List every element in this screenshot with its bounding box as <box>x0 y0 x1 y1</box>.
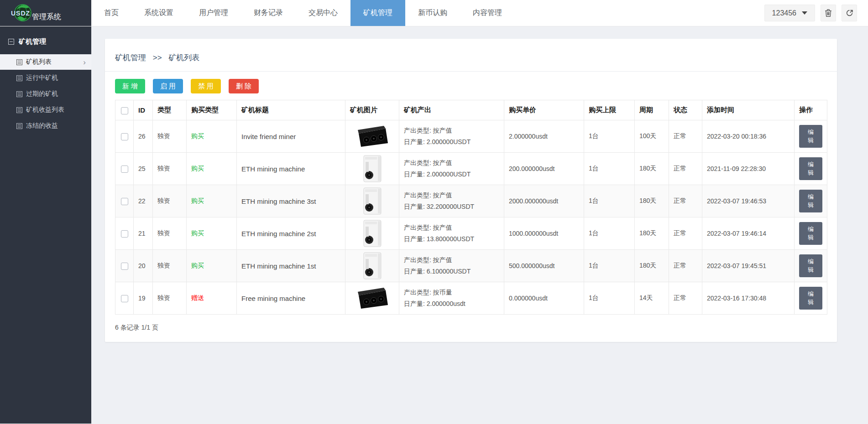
topbar-actions: 123456 <box>764 0 857 26</box>
nav-item-trade-center[interactable]: 交易中心 <box>296 0 350 26</box>
cell-id: 20 <box>134 250 153 282</box>
nav-item-finance-records[interactable]: 财务记录 <box>241 0 296 26</box>
row-checkbox[interactable] <box>121 263 128 270</box>
cell-title: ETH mining machine 1st <box>237 250 345 282</box>
table-row: 21 独资 购买 ETH mining machine 2st 产出类型: 按产… <box>115 217 827 250</box>
add-button[interactable]: 新 增 <box>115 79 145 93</box>
sidebar-item-expired-miners[interactable]: 过期的矿机 <box>0 86 91 102</box>
sidebar: 矿机管理 矿机列表 › 运行中矿机 <box>0 26 91 424</box>
cell-output-type: 产出类型: 按产值 <box>404 157 499 169</box>
edit-button[interactable]: 编辑 <box>799 287 822 310</box>
user-menu-button[interactable]: 123456 <box>764 5 815 21</box>
sidebar-item-label: 冻结的收益 <box>26 122 58 130</box>
list-icon <box>16 107 22 113</box>
cell-id: 26 <box>134 120 153 153</box>
sidebar-item-running-miners[interactable]: 运行中矿机 <box>0 70 91 86</box>
cell-limit: 1台 <box>584 153 635 185</box>
cell-status: 正常 <box>669 282 702 315</box>
header-image: 矿机图片 <box>345 100 399 120</box>
enable-button[interactable]: 启 用 <box>153 79 183 93</box>
nav-item-home[interactable]: 首页 <box>91 0 131 26</box>
cell-period: 180天 <box>635 217 669 250</box>
cell-output-type: 产出类型: 按产值 <box>404 190 499 201</box>
row-checkbox[interactable] <box>121 295 128 302</box>
cell-limit: 1台 <box>584 250 635 282</box>
edit-button[interactable]: 编辑 <box>799 254 822 277</box>
cell-type: 独资 <box>153 185 187 217</box>
sidebar-section-miner-management[interactable]: 矿机管理 <box>0 37 91 54</box>
nav-item-content-management[interactable]: 内容管理 <box>460 0 515 26</box>
cell-price: 200.000000usdt <box>504 153 584 185</box>
sidebar-item-frozen-income[interactable]: 冻结的收益 <box>0 118 91 134</box>
logout-icon <box>846 9 853 17</box>
user-menu-label: 123456 <box>772 9 796 17</box>
trash-button[interactable] <box>821 5 836 21</box>
sidebar-item-label: 运行中矿机 <box>26 74 58 82</box>
cell-price: 0.000000usdt <box>504 282 584 315</box>
header-type: 类型 <box>153 100 187 120</box>
miner-list-card: 矿机管理 >> 矿机列表 新 增 启 用 禁 用 删 除 <box>105 39 837 342</box>
cell-status: 正常 <box>669 153 702 185</box>
nav-item-miner-management[interactable]: 矿机管理 <box>350 0 405 26</box>
table-row: 19 独资 赠送 Free mining machine 产出类型: 按币量 日… <box>115 282 827 315</box>
cell-output-type: 产出类型: 按产值 <box>404 222 499 233</box>
cell-id: 19 <box>134 282 153 315</box>
delete-button[interactable]: 删 除 <box>229 79 259 93</box>
cell-added-time: 2022-03-16 17:30:48 <box>702 282 795 315</box>
list-icon <box>16 91 22 97</box>
miner-image <box>350 250 394 282</box>
table-row: 25 独资 购买 ETH mining machine 产出类型: 按产值 日产… <box>115 153 827 185</box>
sidebar-item-miner-list[interactable]: 矿机列表 › <box>0 54 91 70</box>
breadcrumb-parent: 矿机管理 <box>115 53 146 62</box>
cell-period: 180天 <box>635 153 669 185</box>
cell-added-time: 2022-03-07 19:46:14 <box>702 217 795 250</box>
breadcrumb-current: 矿机列表 <box>168 53 199 62</box>
table-header-row: ID 类型 购买类型 矿机标题 矿机图片 矿机产出 购买单价 购买上限 周期 状… <box>115 100 827 120</box>
cell-buy-type: 购买 <box>191 165 204 172</box>
cell-period: 180天 <box>635 250 669 282</box>
cell-status: 正常 <box>669 185 702 217</box>
row-checkbox[interactable] <box>121 165 128 173</box>
select-all-checkbox[interactable] <box>121 107 128 114</box>
nav-item-system-settings[interactable]: 系统设置 <box>131 0 186 26</box>
cell-type: 独资 <box>153 250 187 282</box>
cell-output-daily: 日产量: 2.000000USDT <box>404 136 499 148</box>
row-checkbox[interactable] <box>121 133 128 140</box>
row-checkbox[interactable] <box>121 230 128 238</box>
cell-period: 100天 <box>635 120 669 153</box>
disable-button[interactable]: 禁 用 <box>191 79 221 93</box>
cell-output-type: 产出类型: 按币量 <box>404 287 499 298</box>
list-icon <box>16 123 22 129</box>
main-content: 矿机管理 >> 矿机列表 新 增 启 用 禁 用 删 除 <box>91 26 868 424</box>
header-output: 矿机产出 <box>399 100 504 120</box>
miner-image <box>350 185 394 217</box>
cell-price: 1000.000000usdt <box>504 217 584 250</box>
topbar: USDZ 管理系统 首页 系统设置 用户管理 财务记录 交易中心 矿机管理 新币… <box>0 0 868 26</box>
edit-button[interactable]: 编辑 <box>799 190 822 212</box>
sidebar-item-miner-income-list[interactable]: 矿机收益列表 <box>0 102 91 118</box>
cell-output-daily: 日产量: 2.000000USDT <box>404 169 499 180</box>
nav-item-user-management[interactable]: 用户管理 <box>186 0 241 26</box>
cell-id: 22 <box>134 185 153 217</box>
edit-button[interactable]: 编辑 <box>799 157 822 180</box>
edit-button[interactable]: 编辑 <box>799 222 822 245</box>
cell-period: 180天 <box>635 185 669 217</box>
logo-abbr: USDZ <box>11 10 30 17</box>
cell-added-time: 2022-03-07 19:46:53 <box>702 185 795 217</box>
table-row: 26 独资 购买 Invite friend miner 产出类型: 按产值 日… <box>115 120 827 153</box>
cell-title: ETH mining machine 2st <box>237 217 345 250</box>
nav-item-new-coin-subscribe[interactable]: 新币认购 <box>405 0 460 26</box>
miner-image <box>350 153 394 185</box>
cell-buy-type: 购买 <box>191 262 204 269</box>
cell-id: 21 <box>134 217 153 250</box>
edit-button[interactable]: 编辑 <box>799 125 822 148</box>
row-checkbox[interactable] <box>121 198 128 205</box>
cell-status: 正常 <box>669 217 702 250</box>
toolbar: 新 增 启 用 禁 用 删 除 <box>105 72 837 93</box>
logo-title: 管理系统 <box>32 12 61 22</box>
miner-image <box>350 120 394 152</box>
logout-button[interactable] <box>842 5 857 21</box>
cell-output-daily: 日产量: 32.200000USDT <box>404 201 499 212</box>
cell-period: 14天 <box>635 282 669 315</box>
header-price: 购买单价 <box>504 100 584 120</box>
